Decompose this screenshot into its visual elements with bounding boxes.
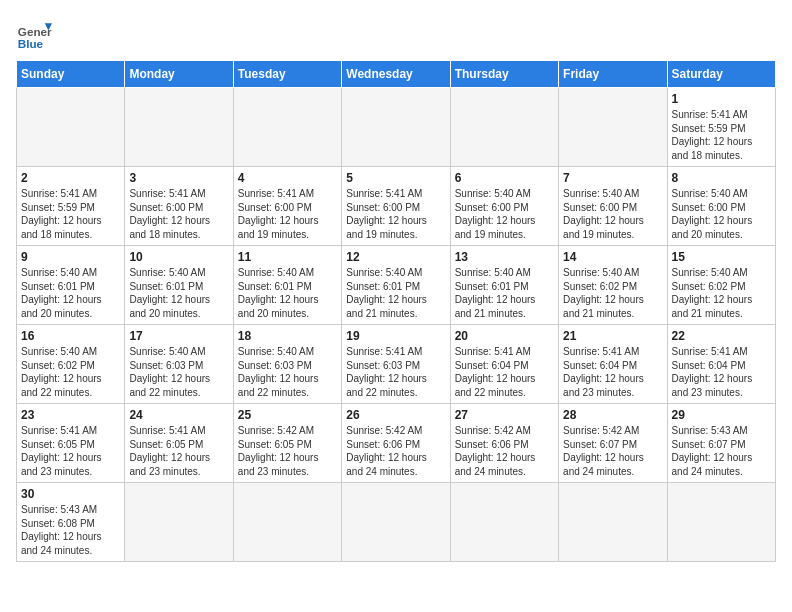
day-info: Sunrise: 5:40 AM Sunset: 6:02 PM Dayligh… — [21, 345, 120, 399]
calendar-day-cell: 15Sunrise: 5:40 AM Sunset: 6:02 PM Dayli… — [667, 246, 775, 325]
day-number: 18 — [238, 329, 337, 343]
day-info: Sunrise: 5:41 AM Sunset: 5:59 PM Dayligh… — [21, 187, 120, 241]
calendar-day-cell: 12Sunrise: 5:40 AM Sunset: 6:01 PM Dayli… — [342, 246, 450, 325]
calendar-day-cell: 28Sunrise: 5:42 AM Sunset: 6:07 PM Dayli… — [559, 404, 667, 483]
day-number: 21 — [563, 329, 662, 343]
day-number: 29 — [672, 408, 771, 422]
day-number: 24 — [129, 408, 228, 422]
day-number: 6 — [455, 171, 554, 185]
calendar-day-cell: 19Sunrise: 5:41 AM Sunset: 6:03 PM Dayli… — [342, 325, 450, 404]
day-number: 10 — [129, 250, 228, 264]
day-info: Sunrise: 5:40 AM Sunset: 6:02 PM Dayligh… — [563, 266, 662, 320]
day-info: Sunrise: 5:41 AM Sunset: 6:00 PM Dayligh… — [129, 187, 228, 241]
day-number: 17 — [129, 329, 228, 343]
day-info: Sunrise: 5:41 AM Sunset: 6:04 PM Dayligh… — [672, 345, 771, 399]
calendar-week-row: 23Sunrise: 5:41 AM Sunset: 6:05 PM Dayli… — [17, 404, 776, 483]
day-number: 1 — [672, 92, 771, 106]
day-info: Sunrise: 5:43 AM Sunset: 6:07 PM Dayligh… — [672, 424, 771, 478]
day-number: 23 — [21, 408, 120, 422]
day-info: Sunrise: 5:40 AM Sunset: 6:01 PM Dayligh… — [238, 266, 337, 320]
calendar-day-cell: 1Sunrise: 5:41 AM Sunset: 5:59 PM Daylig… — [667, 88, 775, 167]
calendar-day-cell — [125, 88, 233, 167]
day-info: Sunrise: 5:40 AM Sunset: 6:01 PM Dayligh… — [21, 266, 120, 320]
calendar-day-cell — [125, 483, 233, 562]
calendar-week-row: 2Sunrise: 5:41 AM Sunset: 5:59 PM Daylig… — [17, 167, 776, 246]
day-number: 4 — [238, 171, 337, 185]
calendar-day-cell — [667, 483, 775, 562]
day-info: Sunrise: 5:41 AM Sunset: 6:00 PM Dayligh… — [238, 187, 337, 241]
day-info: Sunrise: 5:41 AM Sunset: 6:00 PM Dayligh… — [346, 187, 445, 241]
logo: General Blue — [16, 16, 52, 52]
calendar-day-cell: 26Sunrise: 5:42 AM Sunset: 6:06 PM Dayli… — [342, 404, 450, 483]
day-number: 26 — [346, 408, 445, 422]
calendar-day-cell: 14Sunrise: 5:40 AM Sunset: 6:02 PM Dayli… — [559, 246, 667, 325]
day-number: 20 — [455, 329, 554, 343]
svg-text:Blue: Blue — [18, 37, 44, 50]
calendar-day-cell: 10Sunrise: 5:40 AM Sunset: 6:01 PM Dayli… — [125, 246, 233, 325]
day-number: 19 — [346, 329, 445, 343]
day-of-week-header: Saturday — [667, 61, 775, 88]
day-info: Sunrise: 5:41 AM Sunset: 5:59 PM Dayligh… — [672, 108, 771, 162]
calendar-day-cell — [233, 483, 341, 562]
calendar-day-cell: 2Sunrise: 5:41 AM Sunset: 5:59 PM Daylig… — [17, 167, 125, 246]
calendar-day-cell: 17Sunrise: 5:40 AM Sunset: 6:03 PM Dayli… — [125, 325, 233, 404]
calendar-day-cell — [559, 88, 667, 167]
day-number: 5 — [346, 171, 445, 185]
calendar-day-cell: 27Sunrise: 5:42 AM Sunset: 6:06 PM Dayli… — [450, 404, 558, 483]
day-number: 11 — [238, 250, 337, 264]
day-info: Sunrise: 5:41 AM Sunset: 6:03 PM Dayligh… — [346, 345, 445, 399]
calendar-day-cell: 25Sunrise: 5:42 AM Sunset: 6:05 PM Dayli… — [233, 404, 341, 483]
calendar-day-cell: 21Sunrise: 5:41 AM Sunset: 6:04 PM Dayli… — [559, 325, 667, 404]
calendar-day-cell: 16Sunrise: 5:40 AM Sunset: 6:02 PM Dayli… — [17, 325, 125, 404]
calendar-day-cell — [450, 483, 558, 562]
calendar-day-cell: 18Sunrise: 5:40 AM Sunset: 6:03 PM Dayli… — [233, 325, 341, 404]
day-number: 13 — [455, 250, 554, 264]
calendar-day-cell — [17, 88, 125, 167]
calendar-day-cell — [559, 483, 667, 562]
calendar-week-row: 30Sunrise: 5:43 AM Sunset: 6:08 PM Dayli… — [17, 483, 776, 562]
day-info: Sunrise: 5:42 AM Sunset: 6:07 PM Dayligh… — [563, 424, 662, 478]
day-number: 27 — [455, 408, 554, 422]
day-number: 12 — [346, 250, 445, 264]
calendar-day-cell: 24Sunrise: 5:41 AM Sunset: 6:05 PM Dayli… — [125, 404, 233, 483]
calendar-day-cell — [233, 88, 341, 167]
calendar-day-cell: 6Sunrise: 5:40 AM Sunset: 6:00 PM Daylig… — [450, 167, 558, 246]
day-number: 22 — [672, 329, 771, 343]
page-header: General Blue — [16, 16, 776, 52]
day-number: 25 — [238, 408, 337, 422]
day-number: 9 — [21, 250, 120, 264]
calendar-day-cell: 29Sunrise: 5:43 AM Sunset: 6:07 PM Dayli… — [667, 404, 775, 483]
day-of-week-header: Tuesday — [233, 61, 341, 88]
calendar-day-cell: 5Sunrise: 5:41 AM Sunset: 6:00 PM Daylig… — [342, 167, 450, 246]
day-number: 2 — [21, 171, 120, 185]
day-info: Sunrise: 5:42 AM Sunset: 6:06 PM Dayligh… — [455, 424, 554, 478]
calendar-day-cell: 22Sunrise: 5:41 AM Sunset: 6:04 PM Dayli… — [667, 325, 775, 404]
calendar-day-cell: 23Sunrise: 5:41 AM Sunset: 6:05 PM Dayli… — [17, 404, 125, 483]
calendar-header-row: SundayMondayTuesdayWednesdayThursdayFrid… — [17, 61, 776, 88]
day-info: Sunrise: 5:42 AM Sunset: 6:05 PM Dayligh… — [238, 424, 337, 478]
day-info: Sunrise: 5:41 AM Sunset: 6:04 PM Dayligh… — [563, 345, 662, 399]
calendar-day-cell: 20Sunrise: 5:41 AM Sunset: 6:04 PM Dayli… — [450, 325, 558, 404]
calendar-day-cell: 9Sunrise: 5:40 AM Sunset: 6:01 PM Daylig… — [17, 246, 125, 325]
calendar-week-row: 16Sunrise: 5:40 AM Sunset: 6:02 PM Dayli… — [17, 325, 776, 404]
calendar-day-cell: 4Sunrise: 5:41 AM Sunset: 6:00 PM Daylig… — [233, 167, 341, 246]
day-info: Sunrise: 5:42 AM Sunset: 6:06 PM Dayligh… — [346, 424, 445, 478]
day-of-week-header: Friday — [559, 61, 667, 88]
day-info: Sunrise: 5:40 AM Sunset: 6:03 PM Dayligh… — [129, 345, 228, 399]
calendar-day-cell: 13Sunrise: 5:40 AM Sunset: 6:01 PM Dayli… — [450, 246, 558, 325]
day-number: 8 — [672, 171, 771, 185]
calendar-table: SundayMondayTuesdayWednesdayThursdayFrid… — [16, 60, 776, 562]
day-info: Sunrise: 5:40 AM Sunset: 6:01 PM Dayligh… — [129, 266, 228, 320]
calendar-week-row: 1Sunrise: 5:41 AM Sunset: 5:59 PM Daylig… — [17, 88, 776, 167]
day-number: 14 — [563, 250, 662, 264]
day-info: Sunrise: 5:41 AM Sunset: 6:05 PM Dayligh… — [21, 424, 120, 478]
day-number: 28 — [563, 408, 662, 422]
calendar-day-cell: 8Sunrise: 5:40 AM Sunset: 6:00 PM Daylig… — [667, 167, 775, 246]
day-info: Sunrise: 5:41 AM Sunset: 6:04 PM Dayligh… — [455, 345, 554, 399]
day-info: Sunrise: 5:40 AM Sunset: 6:02 PM Dayligh… — [672, 266, 771, 320]
day-number: 15 — [672, 250, 771, 264]
day-number: 7 — [563, 171, 662, 185]
calendar-day-cell: 11Sunrise: 5:40 AM Sunset: 6:01 PM Dayli… — [233, 246, 341, 325]
calendar-day-cell: 7Sunrise: 5:40 AM Sunset: 6:00 PM Daylig… — [559, 167, 667, 246]
day-number: 30 — [21, 487, 120, 501]
